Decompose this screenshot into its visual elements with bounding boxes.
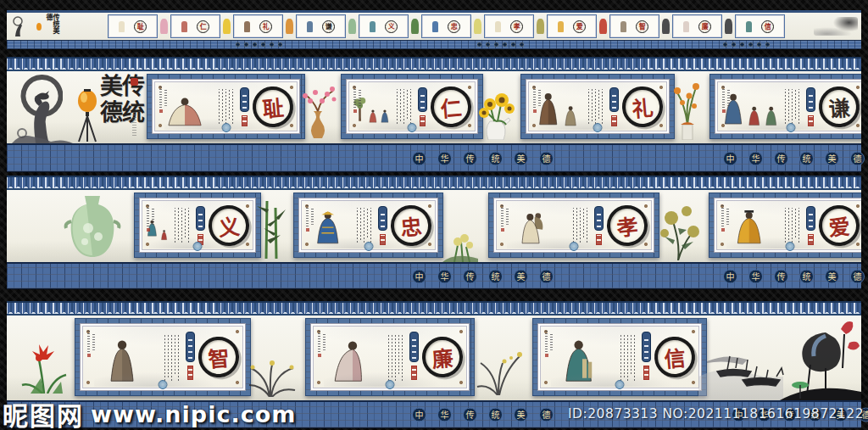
mini-virtue-char: 智 — [636, 20, 648, 33]
seal-script-column — [242, 115, 248, 126]
virtue-panel-lian: 廉 — [305, 318, 475, 396]
banner-and-seal — [805, 204, 815, 247]
ink-bonsai-rock — [10, 91, 75, 143]
panel-seal-icon — [408, 123, 417, 132]
brick-footer: 中华传统美德 中华传统美德 — [7, 262, 861, 289]
vertical-text-columns — [393, 89, 414, 124]
figure-painting — [86, 329, 158, 385]
mini-virtue-char: 忠 — [448, 20, 460, 33]
mini-panel: 忠 — [421, 14, 471, 38]
footer-text-tiles: 中华传统美德 — [412, 408, 554, 422]
mini-panel: 耻 — [108, 14, 158, 38]
calligraphy-red-seal — [131, 78, 138, 86]
title-banner — [186, 332, 195, 362]
panel-seal-icon — [615, 380, 625, 389]
mini-figure — [495, 21, 501, 32]
ink-bamboo — [254, 196, 290, 259]
banner-and-seal — [417, 85, 427, 128]
mini-panel: 仁 — [170, 14, 220, 38]
caption-calligraphy — [501, 204, 509, 226]
virtue-panel-ren: 仁 — [341, 74, 483, 139]
title-banner — [642, 332, 651, 362]
nipic-watermark: 昵图网 www.nipic.com — [3, 395, 296, 430]
panel-seal-icon — [364, 242, 373, 251]
vertical-text-columns — [585, 89, 605, 124]
wall-band-2: 义 忠 — [7, 176, 861, 285]
panel-seal-icon — [386, 380, 395, 389]
ikebana-arrangement — [669, 81, 706, 140]
banner-and-seal — [377, 204, 387, 247]
mini-figure — [307, 21, 313, 32]
mini-wall: 传统美德 耻 仁 礼 谦 义 忠 孝 爱 智 廉 信 — [7, 13, 861, 40]
virtue-panel-xin: 信 — [532, 318, 707, 396]
virtue-character-ren: 仁 — [429, 84, 473, 128]
virtue-panel-zhi: 智 — [75, 318, 251, 396]
mini-ikebana-decor — [286, 19, 293, 34]
title-banner — [378, 206, 387, 231]
seal-script-column — [643, 366, 649, 380]
mini-panel: 谦 — [296, 14, 346, 38]
mini-footer-dots — [236, 42, 282, 47]
mini-figure — [181, 21, 187, 32]
vertical-text-columns — [171, 208, 192, 243]
title-banner — [409, 332, 419, 362]
calligraphy-side-note — [132, 112, 136, 136]
mini-footer-dots — [723, 42, 770, 47]
mini-figure — [620, 21, 626, 32]
caption-calligraphy — [353, 86, 361, 108]
mini-figure — [558, 21, 564, 32]
virtue-character-lian: 廉 — [420, 335, 465, 379]
caption-calligraphy — [159, 86, 167, 108]
panel-seal-icon — [786, 123, 795, 132]
virtue-character-li: 礼 — [620, 84, 665, 128]
panel-seal-icon — [593, 123, 603, 132]
plum-blossom-vase — [298, 82, 337, 138]
figure-painting — [353, 85, 390, 128]
vertical-text-columns — [385, 333, 405, 381]
mini-panel: 信 — [735, 14, 785, 38]
panel-seal-icon — [786, 242, 795, 251]
mini-panel: 礼 — [233, 14, 283, 38]
ink-orchid-yellow — [469, 341, 528, 395]
mini-plum-decor — [160, 19, 168, 34]
mini-bamboo-decor — [411, 19, 419, 34]
mini-panel: 爱 — [547, 14, 597, 38]
roof-tile-border — [7, 176, 861, 190]
banner-and-seal — [195, 204, 205, 247]
figure-painting — [721, 204, 778, 247]
mini-panel: 义 — [359, 14, 409, 38]
title-banner — [418, 87, 427, 112]
vertical-text-columns — [353, 208, 374, 243]
title-banner — [609, 87, 619, 112]
figure-painting — [544, 329, 614, 385]
virtue-panel-xiao: 孝 — [488, 193, 659, 258]
mini-flower-decor — [474, 19, 481, 34]
mini-sunflower-decor — [223, 19, 231, 34]
mini-virtue-char: 礼 — [259, 20, 272, 33]
figure-painting — [146, 204, 168, 247]
mini-virtue-char: 耻 — [134, 20, 147, 33]
seal-script-column — [808, 115, 814, 126]
figure-painting — [532, 85, 581, 128]
caption-calligraphy — [533, 86, 541, 108]
caption-calligraphy — [545, 330, 553, 352]
wall-surface: 义 忠 — [7, 190, 861, 262]
vertical-text-columns — [215, 89, 236, 124]
seal-script-column — [420, 115, 426, 126]
flower-cluster — [437, 228, 483, 262]
caption-calligraphy — [721, 204, 729, 226]
mini-figure — [683, 21, 689, 32]
mini-orchid-decor — [662, 19, 670, 34]
mini-virtue-char: 爱 — [573, 20, 586, 33]
virtue-character-zhong: 忠 — [389, 203, 433, 247]
seal-script-column — [380, 234, 386, 245]
mini-virtue-char: 仁 — [197, 20, 209, 33]
figure-painting — [159, 85, 212, 128]
mini-virtue-char: 廉 — [698, 20, 711, 33]
virtue-panel-qian: 谦 — [709, 74, 861, 139]
title-banner — [806, 87, 815, 112]
nipic-stock-preview: { "virtues": [ {"char":"耻","color":"#9e2… — [0, 0, 868, 430]
mini-panel: 智 — [609, 14, 659, 38]
mini-figure — [119, 21, 125, 32]
banner-and-seal — [409, 329, 419, 385]
